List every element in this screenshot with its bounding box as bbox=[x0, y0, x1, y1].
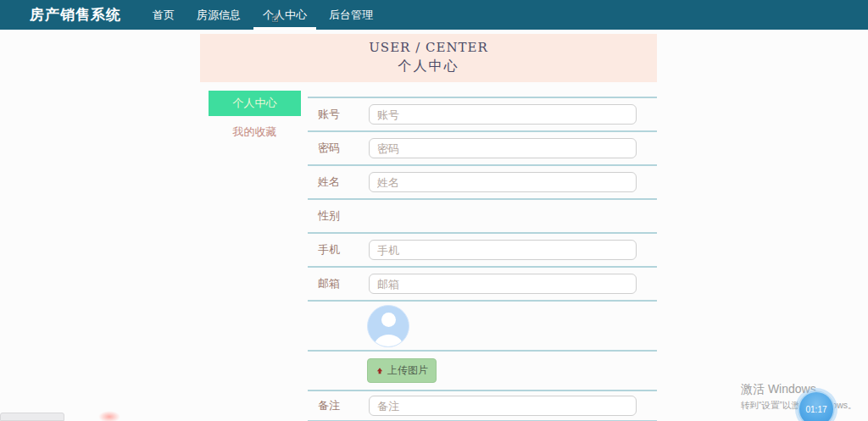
sidebar: 个人中心 我的收藏 bbox=[200, 91, 308, 421]
banner-title-en: USER / CENTER bbox=[200, 40, 657, 55]
upload-image-button[interactable]: 上传图片 bbox=[367, 358, 437, 383]
bottom-left-tooltip bbox=[0, 413, 64, 421]
nav-item-user-center[interactable]: 个人中心 bbox=[252, 0, 318, 30]
page-banner: USER / CENTER 个人中心 bbox=[200, 34, 657, 82]
app-title: 房产销售系统 bbox=[30, 5, 121, 25]
form-row-phone: 手机 bbox=[308, 234, 657, 268]
password-label: 密码 bbox=[308, 141, 369, 156]
gender-label: 性别 bbox=[308, 208, 369, 224]
note-input[interactable] bbox=[369, 396, 637, 416]
recorder-time: 01:17 bbox=[805, 405, 826, 414]
sidebar-item-user-center[interactable]: 个人中心 bbox=[209, 91, 301, 116]
sidebar-item-favorites[interactable]: 我的收藏 bbox=[209, 119, 301, 145]
form-row-upload: 上传图片 bbox=[308, 352, 657, 391]
red-indicator bbox=[98, 411, 120, 421]
avatar bbox=[367, 305, 409, 347]
nav-item-admin[interactable]: 后台管理 bbox=[318, 0, 384, 30]
email-input[interactable] bbox=[369, 274, 637, 294]
main-content: USER / CENTER 个人中心 个人中心 我的收藏 账号 密码 姓名 性 bbox=[200, 34, 657, 421]
note-label: 备注 bbox=[308, 398, 369, 413]
form-row-password: 密码 bbox=[308, 132, 657, 166]
form-row-account: 账号 bbox=[308, 98, 657, 132]
form-row-note: 备注 bbox=[308, 391, 657, 421]
top-navbar: 房产销售系统 首页 房源信息 个人中心 后台管理 ☝ bbox=[0, 0, 868, 30]
phone-label: 手机 bbox=[308, 242, 369, 258]
form-row-email: 邮箱 bbox=[308, 268, 657, 302]
email-label: 邮箱 bbox=[308, 276, 369, 291]
nav-item-listings[interactable]: 房源信息 bbox=[186, 0, 252, 30]
name-input[interactable] bbox=[369, 172, 637, 192]
upload-icon bbox=[376, 367, 384, 375]
account-input[interactable] bbox=[369, 104, 637, 125]
nav-links: 首页 房源信息 个人中心 后台管理 bbox=[142, 0, 384, 30]
nav-item-home[interactable]: 首页 bbox=[142, 0, 186, 30]
form-row-name: 姓名 bbox=[308, 166, 657, 200]
password-input[interactable] bbox=[369, 138, 637, 158]
banner-title-zh: 个人中心 bbox=[200, 58, 657, 75]
form-row-gender: 性别 bbox=[308, 200, 657, 234]
phone-input[interactable] bbox=[369, 240, 637, 260]
name-label: 姓名 bbox=[308, 174, 369, 190]
screen-recorder-bubble[interactable]: 01:17 bbox=[798, 391, 835, 421]
account-label: 账号 bbox=[308, 107, 369, 122]
upload-button-label: 上传图片 bbox=[387, 363, 428, 378]
watermark-line1: 激活 Windows bbox=[741, 382, 857, 397]
form-row-avatar bbox=[308, 302, 657, 352]
profile-form: 账号 密码 姓名 性别 手机 邮箱 bbox=[308, 97, 657, 421]
